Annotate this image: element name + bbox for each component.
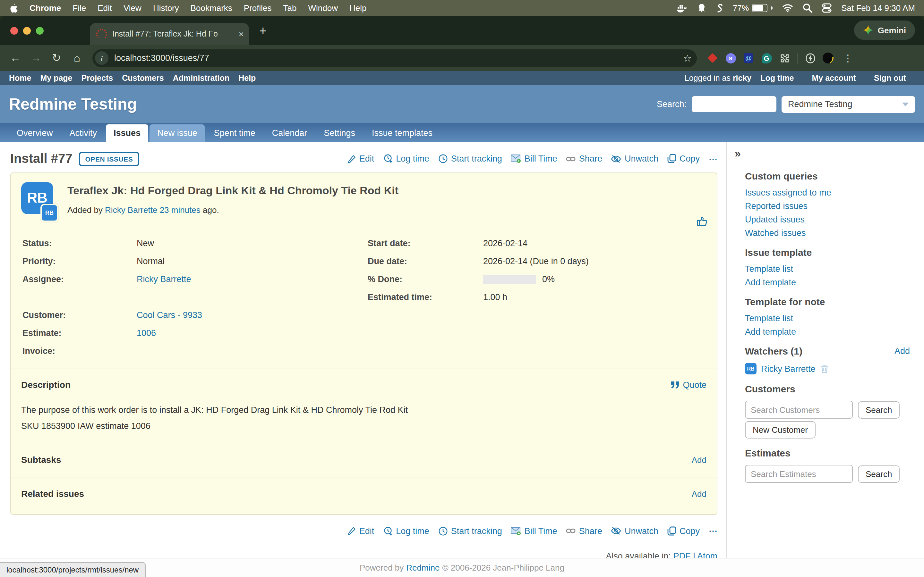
home-button[interactable]: ⌂ [68, 49, 86, 67]
gemini-button[interactable]: Gemini [854, 21, 915, 40]
badge-icon[interactable] [697, 3, 706, 13]
author-link[interactable]: Ricky Barrette [105, 205, 157, 215]
collapse-sidebar-icon[interactable]: » [735, 147, 741, 160]
tab-new-issue[interactable]: New issue [150, 124, 205, 142]
nav-projects[interactable]: Projects [81, 74, 113, 83]
zoom-window-button[interactable] [36, 27, 44, 34]
edit-action[interactable]: Edit [347, 526, 375, 536]
squiggle-icon[interactable] [716, 3, 723, 13]
bookmark-star-icon[interactable]: ☆ [683, 52, 692, 64]
search-customers-button[interactable]: Search [858, 401, 900, 418]
battery-indicator[interactable]: 77% [733, 3, 772, 13]
new-customer-button[interactable]: New Customer [745, 421, 816, 438]
new-tab-button[interactable]: + [259, 24, 267, 37]
start-tracking-action[interactable]: Start tracking [438, 526, 502, 536]
start-tracking-action[interactable]: Start tracking [438, 154, 502, 163]
tab-spent-time[interactable]: Spent time [206, 124, 263, 142]
menu-profiles[interactable]: Profiles [244, 3, 272, 13]
extension-lock-icon[interactable]: @ [743, 53, 754, 63]
thumbs-up-icon[interactable] [696, 215, 708, 229]
tab-overview[interactable]: Overview [9, 124, 61, 142]
copy-action[interactable]: Copy [667, 526, 700, 536]
url-text[interactable]: localhost:3000/issues/77 [114, 53, 683, 63]
share-action[interactable]: Share [566, 526, 602, 536]
unwatch-action[interactable]: Unwatch [611, 526, 658, 536]
nav-my-page[interactable]: My page [40, 74, 72, 83]
wifi-icon[interactable] [782, 4, 793, 12]
search-estimates-button[interactable]: Search [858, 465, 900, 482]
menu-view[interactable]: View [124, 3, 142, 13]
nav-log-time[interactable]: Log time [760, 74, 794, 83]
address-bar[interactable]: i localhost:3000/issues/77 ☆ [92, 49, 697, 67]
copy-action[interactable]: Copy [667, 154, 700, 163]
site-info-icon[interactable]: i [95, 51, 108, 65]
bill-time-action[interactable]: Bill Time [511, 526, 557, 536]
redmine-link[interactable]: Redmine [406, 563, 439, 572]
query-assigned-to-me[interactable]: Issues assigned to me [745, 188, 910, 197]
nav-home[interactable]: Home [9, 74, 31, 83]
tab-close-icon[interactable]: × [239, 29, 244, 39]
menu-app-name[interactable]: Chrome [29, 3, 61, 13]
nav-help[interactable]: Help [238, 74, 256, 83]
template-list-link[interactable]: Template list [745, 264, 910, 274]
query-updated-issues[interactable]: Updated issues [745, 215, 910, 224]
extension-purple-icon[interactable]: s [725, 53, 736, 63]
search-estimates-input[interactable] [745, 465, 853, 483]
control-center-icon[interactable] [822, 3, 832, 13]
watcher-name-link[interactable]: Ricky Barrette [761, 364, 816, 374]
spotlight-search-icon[interactable] [803, 3, 813, 13]
bill-time-action[interactable]: Bill Time [511, 154, 557, 163]
quote-button[interactable]: Quote [671, 380, 706, 390]
back-button[interactable]: ← [6, 49, 24, 67]
customer-link[interactable]: Cool Cars - 9933 [137, 310, 202, 320]
log-time-action[interactable]: Log time [383, 526, 429, 536]
subtasks-add-link[interactable]: Add [692, 455, 706, 464]
time-ago-link[interactable]: 23 minutes [160, 205, 200, 215]
extension-grammarly-icon[interactable]: G [761, 53, 772, 63]
extension-redmine-icon[interactable] [707, 53, 718, 63]
close-window-button[interactable] [10, 27, 18, 34]
more-actions-icon[interactable]: ⋯ [709, 526, 717, 536]
docker-whale-icon[interactable] [676, 3, 687, 13]
query-watched-issues[interactable]: Watched issues [745, 228, 910, 238]
nav-my-account[interactable]: My account [812, 74, 856, 83]
chrome-menu-icon[interactable]: ⋮ [843, 52, 853, 64]
battery-saver-icon[interactable] [804, 53, 816, 63]
search-customers-input[interactable] [745, 401, 853, 419]
profile-avatar[interactable] [822, 53, 834, 63]
header-search-input[interactable] [692, 96, 776, 112]
assignee-link[interactable]: Ricky Barrette [137, 274, 191, 284]
note-template-list-link[interactable]: Template list [745, 314, 910, 323]
query-reported-issues[interactable]: Reported issues [745, 201, 910, 211]
tab-issue-templates[interactable]: Issue templates [364, 124, 440, 142]
nav-sign-out[interactable]: Sign out [874, 74, 906, 83]
apple-icon[interactable] [9, 3, 18, 13]
delete-watcher-icon[interactable] [820, 364, 829, 374]
menu-bookmarks[interactable]: Bookmarks [191, 3, 232, 13]
estimate-link[interactable]: 1006 [137, 328, 156, 338]
tab-activity[interactable]: Activity [62, 124, 105, 142]
add-template-link[interactable]: Add template [745, 277, 910, 287]
project-jump-select[interactable]: Redmine Testing [782, 96, 915, 113]
add-watcher-link[interactable]: Add [895, 346, 910, 356]
menu-window[interactable]: Window [309, 3, 338, 13]
menu-clock[interactable]: Sat Feb 14 9:30 AM [841, 3, 915, 13]
open-issues-badge[interactable]: OPEN ISSUES [79, 152, 139, 166]
reload-button[interactable]: ↻ [47, 49, 65, 67]
minimize-window-button[interactable] [23, 27, 31, 34]
unwatch-action[interactable]: Unwatch [611, 154, 658, 163]
log-time-action[interactable]: Log time [383, 154, 429, 163]
menu-history[interactable]: History [153, 3, 179, 13]
extensions-puzzle-icon[interactable] [779, 53, 790, 63]
menu-tab[interactable]: Tab [283, 3, 297, 13]
nav-customers[interactable]: Customers [122, 74, 164, 83]
menu-edit[interactable]: Edit [97, 3, 112, 13]
more-actions-icon[interactable]: ⋯ [709, 153, 717, 164]
tab-calendar[interactable]: Calendar [264, 124, 315, 142]
menu-file[interactable]: File [73, 3, 86, 13]
forward-button[interactable]: → [27, 49, 45, 67]
related-add-link[interactable]: Add [692, 489, 706, 498]
edit-action[interactable]: Edit [347, 154, 375, 163]
tab-issues[interactable]: Issues [106, 124, 148, 142]
browser-tab[interactable]: Install #77: Teraflex Jk: Hd Fo × [90, 23, 249, 45]
